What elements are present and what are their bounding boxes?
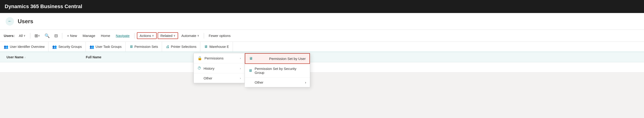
related-label: Related [160, 34, 172, 38]
table-header: User Name ↑ Full Name [0, 52, 644, 62]
automate-chevron-icon: ∨ [197, 34, 199, 37]
automate-button[interactable]: Automate ∨ [179, 32, 202, 39]
page-title: Users [18, 18, 33, 25]
dropdown-item-other-l2[interactable]: Other › [245, 78, 310, 87]
dropdown-item-other-l1[interactable]: Other › [194, 73, 244, 83]
permissions-label: Permissions [204, 56, 240, 60]
sub-label-4: Permission Sets [134, 45, 158, 49]
sub-warehouse-e[interactable]: 🖥 Warehouse E [200, 42, 233, 52]
screen-icon-1: 🖥 [130, 45, 133, 49]
navigate-button[interactable]: Navigate [114, 32, 132, 39]
users-icon-1: 👥 [4, 45, 8, 49]
app-title: Dynamics 365 Business Central [5, 3, 82, 9]
toolbar: Users: All ∨ ⊞ ∨ 🔍 ⊟ + New Manage Home N… [0, 30, 644, 42]
sub-printer-selections[interactable]: 🖨 Printer Selections [162, 42, 200, 52]
col-full-name-label: Full Name [86, 55, 102, 59]
other-l2-arrow-icon: › [305, 80, 306, 84]
top-bar: Dynamics 365 Business Central [0, 0, 644, 13]
actions-button[interactable]: Actions ∨ [137, 32, 157, 39]
dropdown-item-permission-set-by-security-group[interactable]: 🖥 Permission Set by Security Group [245, 64, 310, 78]
dropdown-item-permissions[interactable]: 🔒 Permissions › [194, 53, 244, 63]
dropdown-wrapper: 🔒 Permissions › ⏱ History › Other › 🖥 Pe… [194, 53, 245, 83]
sort-icon: ↑ [24, 56, 26, 59]
filter-chevron-icon: ∨ [24, 34, 26, 37]
page-header: ← Users [0, 13, 644, 30]
sub-label-1: User Identifier Overview [10, 45, 44, 49]
grid-icon: ⊞ [34, 33, 38, 38]
back-button[interactable]: ← [6, 17, 14, 26]
search-button[interactable]: 🔍 [43, 32, 52, 40]
back-icon: ← [8, 19, 12, 24]
actions-label: Actions [140, 34, 151, 38]
dropdown-level2: 🖥 Permission Set by User 🖥 Permission Se… [245, 53, 310, 87]
psu-label: Permission Set by User [269, 57, 306, 61]
related-button[interactable]: Related ∨ [158, 32, 178, 39]
fewer-options-button[interactable]: Fewer options [206, 32, 233, 39]
divider-2 [62, 33, 62, 39]
fewer-options-label: Fewer options [209, 34, 230, 38]
filter-label: Users: [4, 34, 15, 38]
filter-icon: ⊟ [54, 33, 58, 38]
dropdown-item-permission-set-by-user[interactable]: 🖥 Permission Set by User [245, 53, 310, 64]
other-l2-label: Other [254, 80, 264, 84]
automate-label: Automate [182, 34, 196, 38]
col-full-name[interactable]: Full Name [83, 55, 176, 59]
filter-value: All [19, 34, 23, 38]
manage-button[interactable]: Manage [80, 32, 98, 39]
pssg-label: Permission Set by Security Group [254, 67, 306, 75]
dropdown-overlay: 🔒 Permissions › ⏱ History › Other › 🖥 Pe… [194, 53, 245, 83]
sub-user-identifier-overview[interactable]: 👥 User Identifier Overview [4, 42, 48, 52]
clock-icon: ⏱ [198, 66, 201, 70]
filter-button[interactable]: ⊟ [52, 32, 60, 40]
table-row [0, 62, 644, 72]
navigate-label: Navigate [116, 34, 130, 38]
actions-chevron-icon: ∨ [152, 34, 154, 37]
sub-toolbar: 👥 User Identifier Overview 👥 Security Gr… [0, 42, 644, 52]
lock-icon: 🔒 [198, 56, 202, 60]
sub-user-task-groups[interactable]: 👥 User Task Groups [86, 42, 126, 52]
sub-label-6: Warehouse E [209, 45, 229, 49]
col-user-name-label: User Name [6, 55, 24, 59]
manage-label: Manage [82, 34, 95, 38]
dropdown-level1: 🔒 Permissions › ⏱ History › Other › [194, 53, 245, 83]
related-chevron-icon: ∨ [174, 34, 175, 37]
filter-all-button[interactable]: All ∨ [16, 32, 28, 39]
history-label: History [204, 66, 240, 70]
new-button[interactable]: + New [64, 32, 79, 39]
permissions-arrow-icon: › [240, 57, 241, 60]
grid-chevron-icon: ∨ [38, 34, 40, 37]
printer-icon: 🖨 [166, 45, 170, 49]
new-label: + New [67, 34, 77, 38]
sub-permission-sets[interactable]: 🖥 Permission Sets [126, 42, 162, 52]
users-icon-2: 👥 [52, 45, 57, 49]
history-arrow-icon: › [240, 67, 241, 70]
home-button[interactable]: Home [99, 32, 112, 39]
sub-label-3: User Task Groups [96, 45, 122, 49]
grid-view-button[interactable]: ⊞ ∨ [33, 32, 42, 40]
divider-3 [134, 33, 134, 39]
other-l1-label: Other [204, 76, 240, 80]
sub-label-5: Printer Selections [171, 45, 196, 49]
screen-icon-pssg: 🖥 [248, 68, 252, 73]
sub-security-groups[interactable]: 👥 Security Groups [48, 42, 86, 52]
col-user-name[interactable]: User Name ↑ [4, 55, 83, 59]
sub-label-2: Security Groups [58, 45, 82, 49]
divider-4 [204, 33, 204, 39]
screen-icon-2: 🖥 [204, 45, 208, 49]
users-icon-3: 👥 [90, 45, 94, 49]
divider-1 [30, 33, 30, 39]
home-label: Home [101, 34, 110, 38]
other-l1-arrow-icon: › [240, 76, 241, 80]
search-icon: 🔍 [44, 33, 50, 38]
screen-icon-psu: 🖥 [249, 57, 253, 61]
dropdown-item-history[interactable]: ⏱ History › [194, 63, 244, 73]
